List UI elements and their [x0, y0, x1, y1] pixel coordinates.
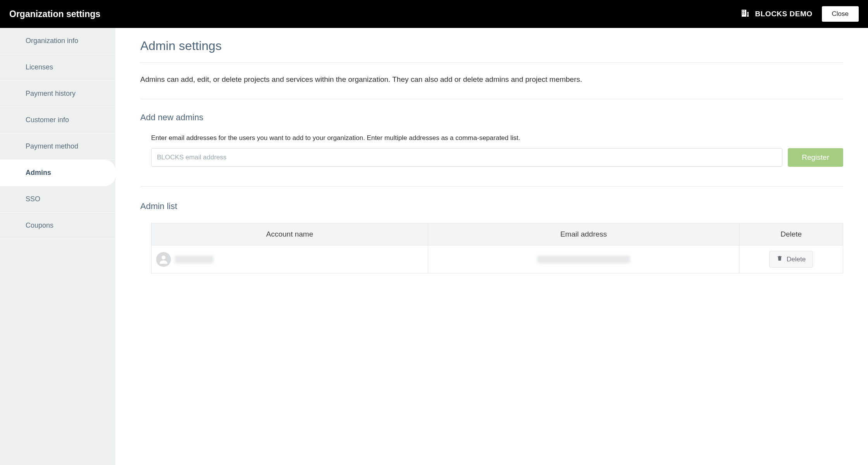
th-account-name: Account name: [152, 223, 428, 245]
table-row: Delete: [152, 245, 843, 273]
page-title: Admin settings: [140, 39, 843, 63]
sidebar-item-sso[interactable]: SSO: [0, 186, 115, 213]
th-email-address: Email address: [428, 223, 739, 245]
th-delete: Delete: [739, 223, 843, 245]
org-name: BLOCKS DEMO: [755, 10, 813, 18]
building-icon: [741, 9, 750, 19]
page-description: Admins can add, edit, or delete projects…: [140, 74, 843, 99]
delete-label: Delete: [787, 256, 806, 263]
header-bar: Organization settings BLOCKS DEMO Close: [0, 0, 868, 28]
trash-icon: [777, 255, 783, 264]
add-instruction: Enter email addresses for the users you …: [151, 134, 843, 142]
sidebar-item-customer-info[interactable]: Customer info: [0, 107, 115, 133]
header-right: BLOCKS DEMO Close: [741, 6, 859, 22]
sidebar-item-payment-history[interactable]: Payment history: [0, 81, 115, 107]
sidebar-item-coupons[interactable]: Coupons: [0, 213, 115, 239]
delete-button[interactable]: Delete: [769, 251, 813, 268]
email-cell: [537, 256, 630, 263]
svg-point-0: [162, 256, 165, 259]
add-admins-heading: Add new admins: [140, 112, 843, 123]
org-block[interactable]: BLOCKS DEMO: [741, 9, 813, 19]
close-button[interactable]: Close: [822, 6, 859, 22]
sidebar-item-licenses[interactable]: Licenses: [0, 54, 115, 81]
sidebar-item-organization-info[interactable]: Organization info: [0, 28, 115, 54]
sidebar: Organization info Licenses Payment histo…: [0, 28, 115, 465]
main-content: Admin settings Admins can add, edit, or …: [115, 28, 868, 465]
avatar: [156, 252, 171, 267]
account-name-cell: [175, 256, 214, 263]
add-admins-block: Enter email addresses for the users you …: [140, 134, 843, 187]
sidebar-item-admins[interactable]: Admins: [0, 160, 116, 186]
register-button[interactable]: Register: [788, 148, 843, 167]
admin-list-heading: Admin list: [140, 201, 843, 211]
header-title: Organization settings: [9, 9, 100, 19]
sidebar-item-payment-method[interactable]: Payment method: [0, 133, 115, 160]
email-input[interactable]: [151, 148, 782, 167]
admin-table: Account name Email address Delete: [151, 223, 843, 273]
